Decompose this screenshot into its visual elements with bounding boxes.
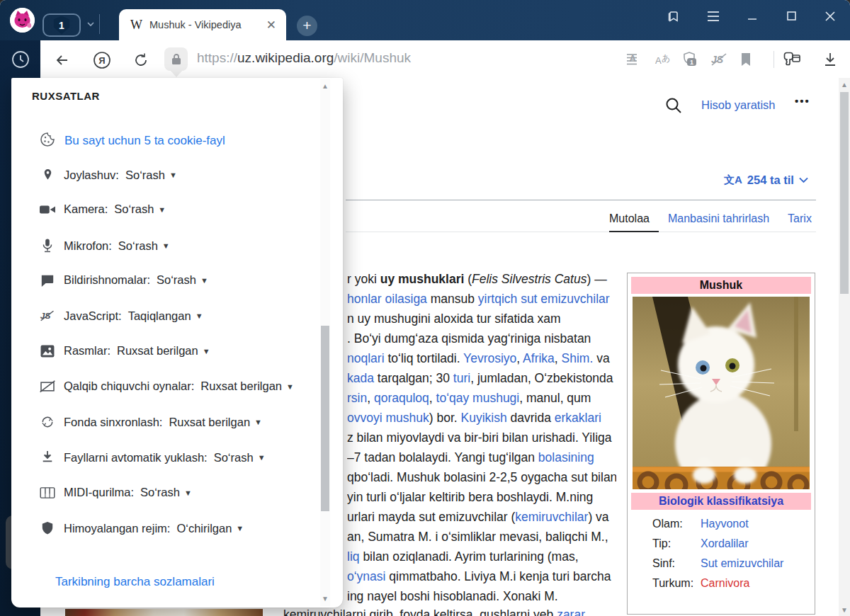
- dropdown-caret-icon[interactable]: ▼: [254, 418, 262, 426]
- dropdown-caret-icon[interactable]: ▼: [236, 524, 244, 532]
- permission-value-dropdown[interactable]: Ruxsat berilgan: [200, 380, 282, 393]
- javascript-blocked-icon[interactable]: JS: [708, 49, 730, 70]
- minimize-icon[interactable]: [738, 0, 766, 32]
- article-link[interactable]: yirtqich sut emizuvchilar: [478, 292, 610, 306]
- permission-value-dropdown[interactable]: Taqiqlangan: [128, 309, 191, 323]
- scroll-down-icon[interactable]: ▼: [839, 605, 850, 616]
- cookies-link[interactable]: Bu sayt uchun 5 ta cookie-fayl: [64, 134, 225, 148]
- panel-scroll-up-icon[interactable]: ▲: [320, 81, 330, 92]
- permission-row-location: Joylashuv:Soʻrash▼: [40, 167, 177, 183]
- wiki-tab-mutolaa[interactable]: Mutolaa: [609, 212, 650, 225]
- taxobox-value-link[interactable]: Carnivora: [701, 577, 749, 590]
- maximize-icon[interactable]: [777, 0, 805, 32]
- wiki-tab-manbasini-tahrirlash[interactable]: Manbasini tahrirlash: [668, 212, 769, 225]
- article-link[interactable]: Shim.: [562, 351, 594, 365]
- microphone-icon: [40, 238, 55, 253]
- translate-icon[interactable]: A あ: [651, 49, 674, 70]
- close-window-icon[interactable]: [816, 0, 844, 32]
- dropdown-caret-icon[interactable]: ▼: [184, 489, 192, 497]
- dropdown-caret-icon[interactable]: ▼: [169, 171, 177, 179]
- dropdown-caret-icon[interactable]: ▼: [196, 312, 203, 320]
- article-link[interactable]: Yevrosiyo: [463, 351, 516, 365]
- article-link[interactable]: Kuyikish: [461, 411, 507, 425]
- back-icon[interactable]: [52, 50, 73, 71]
- history-icon[interactable]: [11, 50, 30, 72]
- profile-avatar[interactable]: [10, 8, 35, 33]
- permission-row-images: Rasmlar:Ruxsat berilgan▼: [40, 344, 210, 358]
- panel-scrollbar[interactable]: ▲ ▼: [320, 79, 330, 606]
- page-scrollbar[interactable]: ▲ ▼: [839, 78, 850, 616]
- wiki-more-menu-icon[interactable]: •••: [795, 95, 810, 107]
- kitten-photo[interactable]: [633, 297, 810, 489]
- dropdown-caret-icon[interactable]: ▼: [258, 453, 266, 462]
- article-link[interactable]: honlar oilasiga: [347, 292, 427, 306]
- article-link[interactable]: toʻqay mushugi: [436, 391, 520, 405]
- taxobox: Mushuk: [627, 273, 815, 615]
- permission-label: Mikrofon:: [64, 239, 112, 253]
- article-link[interactable]: oʻynasi: [347, 569, 385, 583]
- tab-close-icon[interactable]: ✕: [264, 18, 279, 33]
- panel-scroll-down-icon[interactable]: ▼: [320, 593, 330, 605]
- article-link[interactable]: rsin: [347, 391, 367, 405]
- downloads-icon[interactable]: [819, 49, 842, 70]
- permission-value-dropdown[interactable]: Soʻrash: [214, 451, 254, 464]
- permission-value-dropdown[interactable]: Ruxsat berilgan: [169, 416, 250, 429]
- article-link[interactable]: erkaklari: [555, 411, 601, 425]
- dropdown-caret-icon[interactable]: ▼: [158, 205, 166, 214]
- reader-mode-icon[interactable]: A: [623, 49, 645, 70]
- permission-value-dropdown[interactable]: Soʻrash: [140, 486, 180, 499]
- article-line: kada tarqalgan; 30 turi, jumladan, Oʻzbe…: [347, 368, 616, 388]
- yandex-search-icon[interactable]: Я: [91, 50, 113, 71]
- taxobox-value-link[interactable]: Hayvonot: [701, 518, 749, 530]
- permission-value-dropdown[interactable]: Ruxsat berilgan: [117, 344, 198, 358]
- article-text-segment: qboʻladi. Mushuk bolasini 2-2,5 oygacha …: [347, 470, 616, 484]
- wiki-search-icon[interactable]: [664, 96, 683, 118]
- address-bar[interactable]: https://uz.wikipedia.org/wiki/Mushuk: [197, 50, 411, 66]
- permission-value-dropdown[interactable]: Soʻrash: [118, 239, 158, 253]
- article-link[interactable]: bolasining: [538, 450, 594, 464]
- page-scrollbar-thumb[interactable]: [840, 92, 849, 294]
- article-link[interactable]: ovvoyi mushuk: [347, 411, 429, 425]
- menu-icon[interactable]: [699, 0, 727, 32]
- article-link[interactable]: kada: [347, 371, 374, 385]
- permission-value-dropdown[interactable]: Soʻrash: [114, 203, 154, 216]
- cookies-link-row[interactable]: Bu sayt uchun 5 ta cookie-fayl: [39, 131, 225, 151]
- article-link[interactable]: zarar: [557, 608, 585, 616]
- permission-value-dropdown[interactable]: Soʻrash: [157, 273, 196, 287]
- tab-list-chevron-icon[interactable]: [86, 20, 95, 28]
- panel-scrollbar-thumb[interactable]: [321, 326, 329, 511]
- bookmark-icon[interactable]: [735, 49, 757, 70]
- article-text-segment: tarqalgan; 30: [374, 371, 453, 385]
- taxobox-value-link[interactable]: Sut emizuvchilar: [701, 557, 783, 570]
- refresh-icon[interactable]: [130, 50, 152, 71]
- article-text-segment: urlari mayda sut emizuvchilar (: [347, 510, 515, 524]
- permission-value-dropdown[interactable]: Oʻchirilgan: [176, 522, 232, 535]
- protect-shield-icon[interactable]: 1: [679, 49, 702, 70]
- dropdown-caret-icon[interactable]: ▼: [286, 382, 294, 391]
- article-link[interactable]: Afrika: [523, 351, 555, 365]
- permission-value-dropdown[interactable]: Soʻrash: [125, 169, 165, 182]
- dropdown-caret-icon[interactable]: ▼: [203, 347, 210, 355]
- tab-counter-button[interactable]: 1: [42, 13, 81, 37]
- scroll-up-icon[interactable]: ▲: [839, 79, 850, 91]
- wiki-tab-tarix[interactable]: Tarix: [788, 212, 812, 225]
- dropdown-caret-icon[interactable]: ▼: [162, 241, 170, 250]
- password-manager-icon[interactable]: [781, 49, 803, 70]
- create-account-link[interactable]: Hisob yaratish: [701, 98, 776, 112]
- article-link[interactable]: noqlari: [347, 351, 385, 365]
- panel-bookmark-icon[interactable]: [659, 0, 688, 32]
- article-link[interactable]: turi: [453, 371, 470, 385]
- language-selector[interactable]: 文A 254 ta til: [724, 173, 808, 187]
- article-link[interactable]: qoraquloq: [374, 391, 429, 405]
- article-link[interactable]: kemiruvchilar: [515, 510, 588, 524]
- article-link[interactable]: liq: [347, 549, 360, 564]
- new-tab-button[interactable]: +: [297, 16, 317, 36]
- dropdown-caret-icon[interactable]: ▼: [200, 276, 208, 285]
- browser-tab[interactable]: W Mushuk - Vikipediya ✕: [119, 9, 286, 40]
- article-text-segment: n uy mushugini aloxida tur sifatida xam: [347, 312, 561, 326]
- title-bar: 1 W Mushuk - Vikipediya ✕ +: [0, 0, 850, 40]
- svg-text:あ: あ: [662, 53, 670, 63]
- taxobox-value-link[interactable]: Xordalilar: [701, 537, 749, 550]
- all-content-settings-link[interactable]: Tarkibning barcha sozlamalari: [55, 575, 215, 589]
- site-info-button[interactable]: [164, 47, 188, 71]
